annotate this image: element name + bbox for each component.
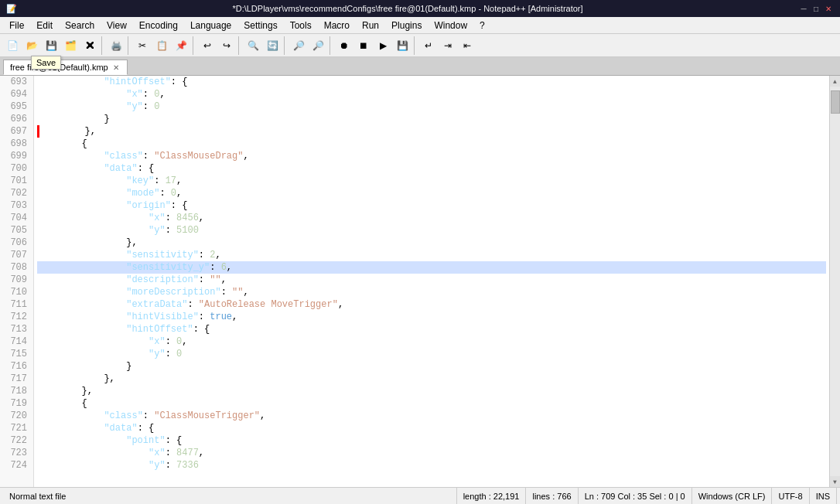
scroll-down-button[interactable]: ▼ — [830, 476, 841, 487]
unindent-button[interactable]: ⇤ — [458, 36, 476, 55]
code-line: "class": "ClassMouseDrag", — [37, 150, 826, 162]
line-number: 711 — [3, 298, 30, 311]
line-number: 697 — [3, 125, 30, 138]
new-button[interactable]: 📄 — [3, 36, 22, 55]
menu-item-window[interactable]: Window — [428, 19, 473, 32]
code-line: "hintVisible": true, — [37, 311, 826, 323]
code-line: }, — [37, 373, 826, 385]
minimize-button[interactable]: ─ — [798, 3, 809, 14]
tab-close-button[interactable]: ✕ — [111, 63, 121, 72]
code-line: "origin": { — [37, 199, 826, 212]
save-button[interactable]: 💾 — [42, 36, 60, 55]
wrap-button[interactable]: ↵ — [419, 36, 438, 55]
menu-item-language[interactable]: Language — [184, 19, 237, 32]
line-number: 702 — [3, 187, 30, 199]
code-line: "sensitivity_y": 6, — [37, 261, 826, 274]
line-numbers: 6936946956966976986997007017027037047057… — [0, 76, 34, 487]
scroll-track[interactable] — [830, 87, 841, 476]
vertical-scrollbar[interactable]: ▲ ▼ — [829, 76, 840, 487]
print-button[interactable]: 🖨️ — [107, 36, 125, 55]
macro-stop-button[interactable]: ⏹ — [354, 36, 373, 55]
encoding-segment: UTF-8 — [772, 488, 809, 504]
find-button[interactable]: 🔍 — [244, 36, 262, 55]
code-line: "x": 8477, — [37, 447, 826, 459]
menu-item-view[interactable]: View — [101, 19, 133, 32]
close-all-button[interactable]: 🗙 — [80, 36, 99, 55]
code-line: { — [37, 397, 826, 410]
replace-button[interactable]: 🔄 — [263, 36, 282, 55]
line-number: 723 — [3, 447, 30, 459]
line-number: 703 — [3, 199, 30, 212]
code-line: "key": 17, — [37, 175, 826, 187]
open-button[interactable]: 📂 — [22, 36, 41, 55]
line-number: 698 — [3, 138, 30, 150]
file-type-text: Normal text file — [9, 492, 66, 501]
position-segment: Ln : 709 Col : 35 Sel : 0 | 0 — [579, 488, 692, 504]
close-button[interactable]: ✕ — [823, 3, 834, 14]
scroll-up-button[interactable]: ▲ — [830, 76, 841, 87]
line-number: 708 — [3, 261, 30, 274]
line-number: 714 — [3, 335, 30, 348]
redo-button[interactable]: ↪ — [217, 36, 236, 55]
menu-item-file[interactable]: File — [3, 19, 30, 32]
zoom-out-button[interactable]: 🔎 — [309, 36, 327, 55]
code-area[interactable]: "hintOffset": { "x": 0, "y": 0 } }, { "c… — [34, 76, 829, 487]
scroll-thumb[interactable] — [831, 90, 840, 114]
save-all-button[interactable]: 🗂️ — [61, 36, 80, 55]
menu-item-tools[interactable]: Tools — [284, 19, 318, 32]
code-line: }, — [37, 385, 826, 397]
macro-record-button[interactable]: ⏺ — [335, 36, 353, 55]
line-number: 721 — [3, 422, 30, 434]
save-tooltip: Save — [31, 56, 61, 70]
code-line: "sensitivity": 2, — [37, 249, 826, 261]
status-bar: Normal text file length : 22,191 lines :… — [0, 487, 840, 504]
line-number: 700 — [3, 162, 30, 175]
line-number: 693 — [3, 76, 30, 88]
line-number: 704 — [3, 212, 30, 224]
code-line: "hintOffset": { — [37, 76, 826, 88]
line-ending-text: Windows (CR LF) — [698, 492, 766, 501]
code-line: "mode": 0, — [37, 187, 826, 199]
code-line: "y": 0 — [37, 100, 826, 113]
file-type-segment: Normal text file — [3, 488, 457, 504]
line-number: 718 — [3, 385, 30, 397]
line-number: 709 — [3, 274, 30, 286]
line-number: 719 — [3, 397, 30, 410]
menu-item-settings[interactable]: Settings — [237, 19, 283, 32]
line-number: 724 — [3, 459, 30, 472]
code-line: "class": "ClassMouseTrigger", — [37, 410, 826, 422]
copy-button[interactable]: 📋 — [152, 36, 171, 55]
encoding-text: UTF-8 — [778, 492, 802, 501]
menu-item-macro[interactable]: Macro — [318, 19, 356, 32]
cut-button[interactable]: ✂ — [133, 36, 152, 55]
line-number: 706 — [3, 237, 30, 249]
paste-button[interactable]: 📌 — [172, 36, 190, 55]
editor-tab[interactable]: free fire@01(Default).kmp ✕ — [3, 60, 128, 75]
line-number: 722 — [3, 434, 30, 447]
line-number: 715 — [3, 348, 30, 360]
code-line: { — [37, 138, 826, 150]
menu-item-plugins[interactable]: Plugins — [385, 19, 428, 32]
macro-play-button[interactable]: ▶ — [374, 36, 392, 55]
app-icon: 📝 — [6, 4, 17, 14]
line-ending-segment: Windows (CR LF) — [692, 488, 773, 504]
menu-item-edit[interactable]: Edit — [30, 19, 59, 32]
indent-button[interactable]: ⇥ — [439, 36, 457, 55]
line-number: 705 — [3, 224, 30, 237]
macro-save-button[interactable]: 💾 — [393, 36, 411, 55]
line-number: 717 — [3, 373, 30, 385]
undo-button[interactable]: ↩ — [198, 36, 217, 55]
insert-mode-text: INS — [816, 492, 830, 501]
menu-item-encoding[interactable]: Encoding — [133, 19, 184, 32]
zoom-in-button[interactable]: 🔎 — [289, 36, 308, 55]
code-content: "hintOffset": { "x": 0, "y": 0 } }, { "c… — [34, 76, 829, 472]
menu-item-run[interactable]: Run — [356, 19, 385, 32]
menu-item-?[interactable]: ? — [473, 19, 491, 32]
line-number: 712 — [3, 311, 30, 323]
menu-item-search[interactable]: Search — [59, 19, 101, 32]
restore-button[interactable]: □ — [811, 3, 821, 14]
line-number: 710 — [3, 286, 30, 298]
line-number: 696 — [3, 113, 30, 125]
line-number: 713 — [3, 323, 30, 335]
title-bar-text: *D:\LDPlayer\vms\recommendConfigs\free f… — [17, 4, 798, 13]
